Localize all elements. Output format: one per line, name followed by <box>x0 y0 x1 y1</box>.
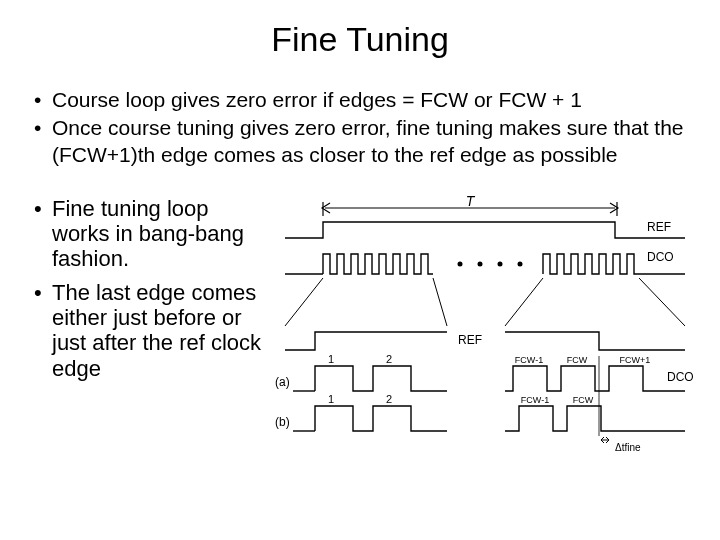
bottom-row: Fine tuning loop works in bang-bang fash… <box>30 196 690 456</box>
dco-upper-right: DCO <box>543 250 685 274</box>
svg-point-4 <box>458 261 463 266</box>
pulse-num-2: 2 <box>386 393 392 405</box>
section-b-label: (b) <box>275 415 290 429</box>
pulse-fcw: FCW <box>567 355 588 365</box>
dco-lower-right-a: FCW-1 FCW FCW+1 DCO <box>505 355 694 396</box>
pulse-fcw+1: FCW+1 <box>620 355 651 365</box>
period-arrow: T <box>322 196 618 216</box>
dco-label: DCO <box>647 250 674 264</box>
zoom-connectors <box>285 278 685 326</box>
bullet-item: Course loop gives zero error if edges = … <box>30 87 690 113</box>
ref-label: REF <box>647 220 671 234</box>
delta-label: Δtfine <box>615 442 641 453</box>
svg-point-7 <box>518 261 523 266</box>
dco-lower-right-b: FCW-1 FCW Δtfine <box>505 395 685 453</box>
ellipsis-dots <box>458 261 523 266</box>
section-a-label: (a) <box>275 375 290 389</box>
ref-upper: REF <box>285 220 685 238</box>
timing-diagram: T REF <box>275 196 695 456</box>
pulse-num-1: 1 <box>328 353 334 365</box>
top-bullet-list: Course loop gives zero error if edges = … <box>30 87 690 168</box>
dco-label: DCO <box>667 370 694 384</box>
pulse-fcw: FCW <box>573 395 594 405</box>
left-bullet-list: Fine tuning loop works in bang-bang fash… <box>30 196 265 381</box>
pulse-fcw-1: FCW-1 <box>515 355 543 365</box>
bullet-item: Fine tuning loop works in bang-bang fash… <box>30 196 265 272</box>
pulse-fcw-1: FCW-1 <box>521 395 549 405</box>
bullet-item: Once course tuning gives zero error, fin… <box>30 115 690 168</box>
period-label: T <box>466 196 476 209</box>
ref-label: REF <box>458 333 482 347</box>
dco-upper-left <box>285 254 433 274</box>
dco-lower-left-a: (a) 1 2 <box>275 353 447 391</box>
bullet-item: The last edge comes either just before o… <box>30 280 265 381</box>
pulse-num-2: 2 <box>386 353 392 365</box>
pulse-num-1: 1 <box>328 393 334 405</box>
slide-title: Fine Tuning <box>30 20 690 59</box>
dco-lower-left-b: (b) 1 2 <box>275 393 447 431</box>
svg-point-5 <box>478 261 483 266</box>
ref-lower: REF <box>285 332 685 350</box>
svg-point-6 <box>498 261 503 266</box>
